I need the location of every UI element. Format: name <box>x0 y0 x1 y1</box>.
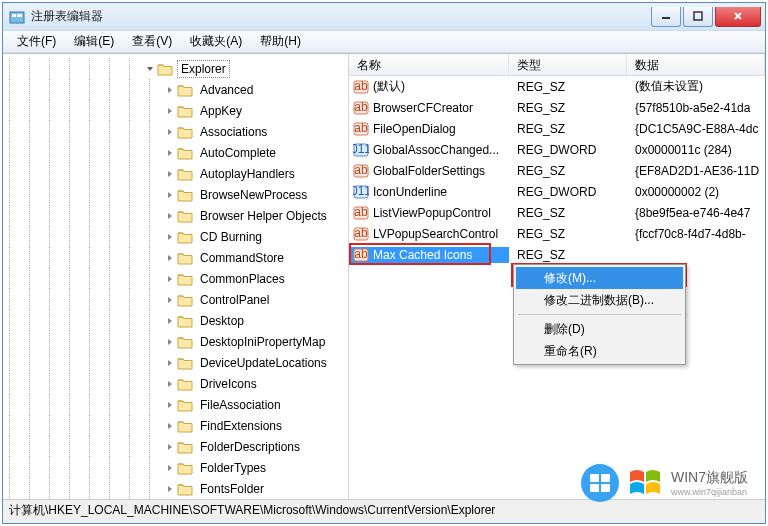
tree-label: AutoplayHandlers <box>197 166 298 182</box>
menu-view[interactable]: 查看(V) <box>124 31 180 52</box>
watermark-site: www.win7qijianban <box>671 487 748 497</box>
svg-rect-24 <box>590 484 599 492</box>
menu-help[interactable]: 帮助(H) <box>252 31 309 52</box>
value-icon: ab <box>353 205 369 221</box>
tree-label: FontsFolder <box>197 481 267 497</box>
tree-item[interactable]: Advanced <box>3 79 330 100</box>
column-name[interactable]: 名称 <box>349 54 509 75</box>
list-row[interactable]: ab(默认) REG_SZ (数值未设置) <box>349 76 765 97</box>
tree-item[interactable]: AutoComplete <box>3 142 330 163</box>
ctx-delete[interactable]: 删除(D) <box>516 318 683 340</box>
ctx-rename[interactable]: 重命名(R) <box>516 340 683 362</box>
svg-text:ab: ab <box>354 79 368 93</box>
tree-item[interactable]: FolderTypes <box>3 457 330 478</box>
ctx-modify-binary[interactable]: 修改二进制数据(B)... <box>516 289 683 311</box>
list-row[interactable]: abLVPopupSearchControl REG_SZ {fccf70c8-… <box>349 223 765 244</box>
tree-item[interactable]: CD Burning <box>3 226 330 247</box>
registry-tree: ExplorerAdvancedAppKeyAssociationsAutoCo… <box>3 58 330 499</box>
folder-icon <box>157 62 173 76</box>
tree-item[interactable]: AppKey <box>3 100 330 121</box>
expander-icon[interactable] <box>165 253 175 263</box>
list-row[interactable]: abListViewPopupControl REG_SZ {8be9f5ea-… <box>349 202 765 223</box>
svg-rect-0 <box>10 12 24 23</box>
maximize-button[interactable] <box>683 7 713 27</box>
list-row[interactable]: abFileOpenDialog REG_SZ {DC1C5A9C-E88A-4… <box>349 118 765 139</box>
tree-item[interactable]: CommonPlaces <box>3 268 330 289</box>
tree-item[interactable]: FolderDescriptions <box>3 436 330 457</box>
tree-item[interactable]: Browser Helper Objects <box>3 205 330 226</box>
list-row[interactable]: 011IconUnderline REG_DWORD 0x00000002 (2… <box>349 181 765 202</box>
tree-pane[interactable]: ExplorerAdvancedAppKeyAssociationsAutoCo… <box>3 54 349 499</box>
column-type[interactable]: 类型 <box>509 54 627 75</box>
menu-favorites[interactable]: 收藏夹(A) <box>182 31 250 52</box>
expander-icon[interactable] <box>165 274 175 284</box>
folder-icon <box>177 251 193 265</box>
value-icon: ab <box>353 79 369 95</box>
expander-icon[interactable] <box>165 85 175 95</box>
tree-label: FindExtensions <box>197 418 285 434</box>
folder-icon <box>177 104 193 118</box>
expander-icon[interactable] <box>165 358 175 368</box>
list-row[interactable]: abBrowserCFCreator REG_SZ {57f8510b-a5e2… <box>349 97 765 118</box>
tree-item[interactable]: ControlPanel <box>3 289 330 310</box>
expander-icon[interactable] <box>165 232 175 242</box>
expander-icon[interactable] <box>165 211 175 221</box>
expander-icon[interactable] <box>165 400 175 410</box>
folder-icon <box>177 419 193 433</box>
list-row[interactable]: abMax Cached Icons REG_SZ <box>349 244 765 265</box>
value-type: REG_SZ <box>509 206 627 220</box>
expander-icon[interactable] <box>165 316 175 326</box>
tree-label: FolderDescriptions <box>197 439 303 455</box>
tree-item[interactable]: FileAssociation <box>3 394 330 415</box>
menubar: 文件(F) 编辑(E) 查看(V) 收藏夹(A) 帮助(H) <box>3 31 765 53</box>
expander-icon[interactable] <box>165 106 175 116</box>
expander-icon[interactable] <box>165 484 175 494</box>
watermark-text: WIN7旗舰版 www.win7qijianban <box>671 469 748 497</box>
expander-icon[interactable] <box>165 421 175 431</box>
tree-item[interactable]: FontsFolder <box>3 478 330 499</box>
expander-icon[interactable] <box>165 190 175 200</box>
tree-item[interactable]: Associations <box>3 121 330 142</box>
close-button[interactable] <box>715 7 761 27</box>
folder-icon <box>177 440 193 454</box>
value-data: {EF8AD2D1-AE36-11D <box>627 164 765 178</box>
ctx-modify[interactable]: 修改(M)... <box>516 267 683 289</box>
value-icon: ab <box>353 121 369 137</box>
titlebar: 注册表编辑器 <box>3 3 765 31</box>
svg-text:ab: ab <box>354 100 368 114</box>
value-type: REG_DWORD <box>509 143 627 157</box>
tree-label: DesktopIniPropertyMap <box>197 334 328 350</box>
tree-label: Explorer <box>177 60 230 78</box>
expander-icon[interactable] <box>165 442 175 452</box>
tree-item[interactable]: DriveIcons <box>3 373 330 394</box>
tree-item[interactable]: BrowseNewProcess <box>3 184 330 205</box>
expander-icon[interactable] <box>165 169 175 179</box>
folder-icon <box>177 188 193 202</box>
value-type: REG_SZ <box>509 164 627 178</box>
value-icon: ab <box>353 247 369 263</box>
list-row[interactable]: 011GlobalAssocChanged... REG_DWORD 0x000… <box>349 139 765 160</box>
tree-item[interactable]: DeviceUpdateLocations <box>3 352 330 373</box>
expander-icon[interactable] <box>165 295 175 305</box>
list-row[interactable]: abGlobalFolderSettings REG_SZ {EF8AD2D1-… <box>349 160 765 181</box>
tree-item[interactable]: DesktopIniPropertyMap <box>3 331 330 352</box>
column-data[interactable]: 数据 <box>627 54 765 75</box>
value-name: ListViewPopupControl <box>373 206 491 220</box>
tree-item[interactable]: Desktop <box>3 310 330 331</box>
tree-item[interactable]: AutoplayHandlers <box>3 163 330 184</box>
menu-edit[interactable]: 编辑(E) <box>66 31 122 52</box>
tree-item-explorer[interactable]: Explorer <box>3 58 330 79</box>
expander-icon[interactable] <box>165 148 175 158</box>
expander-icon[interactable] <box>165 463 175 473</box>
tree-item[interactable]: CommandStore <box>3 247 330 268</box>
menu-file[interactable]: 文件(F) <box>9 31 64 52</box>
expander-icon[interactable] <box>165 337 175 347</box>
value-icon: ab <box>353 163 369 179</box>
tree-item[interactable]: FindExtensions <box>3 415 330 436</box>
folder-icon <box>177 83 193 97</box>
minimize-button[interactable] <box>651 7 681 27</box>
expander-icon[interactable] <box>165 379 175 389</box>
expander-icon[interactable] <box>165 127 175 137</box>
list-header: 名称 类型 数据 <box>349 54 765 76</box>
expander-icon[interactable] <box>145 64 155 74</box>
